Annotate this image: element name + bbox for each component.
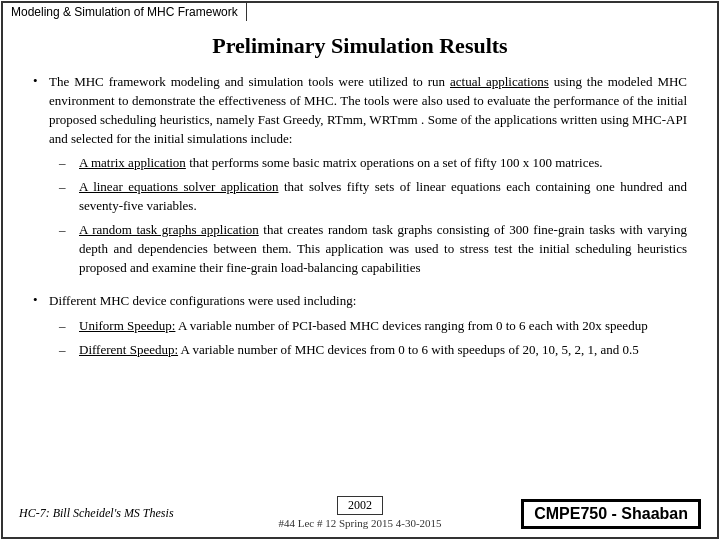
footer-right: CMPE750 - Shaaban [474, 499, 701, 529]
footer-slide-info: #44 Lec # 12 Spring 2015 4-30-2015 [278, 517, 441, 529]
sub-link-2a: Uniform Speedup: [79, 318, 175, 333]
bullet-dot-2: • [33, 292, 49, 365]
bullet-item-2: • Different MHC device configurations we… [33, 292, 687, 365]
footer: HC-7: Bill Scheidel's MS Thesis 2002 #44… [3, 496, 717, 531]
footer-branding: CMPE750 - Shaaban [521, 499, 701, 529]
slide-title: Preliminary Simulation Results [33, 33, 687, 59]
slide-content: Preliminary Simulation Results • The MHC… [3, 3, 717, 385]
sub-item-1b: – A linear equations solver application … [59, 178, 687, 216]
bullet-section-2: • Different MHC device configurations we… [33, 292, 687, 365]
sub-link-2b: Different Speedup: [79, 342, 178, 357]
sub-dash-1a: – [59, 154, 79, 173]
sub-dash-2b: – [59, 341, 79, 360]
footer-thesis: HC-7: Bill Scheidel's MS Thesis [19, 506, 246, 521]
bullet-section-1: • The MHC framework modeling and simulat… [33, 73, 687, 282]
bullet1-text-link: actual applications [450, 74, 549, 89]
sub-text-1c: A random task graphs application that cr… [79, 221, 687, 278]
sub-text-2b: Different Speedup: A variable number of … [79, 341, 639, 360]
sub-item-1c: – A random task graphs application that … [59, 221, 687, 278]
sub-bullets-2: – Uniform Speedup: A variable number of … [59, 317, 648, 360]
sub-item-2a: – Uniform Speedup: A variable number of … [59, 317, 648, 336]
bullet-text-1: The MHC framework modeling and simulatio… [49, 73, 687, 282]
sub-body-2a: A variable number of PCI-based MHC devic… [175, 318, 647, 333]
sub-dash-2a: – [59, 317, 79, 336]
sub-body-2b: A variable number of MHC devices from 0 … [178, 342, 639, 357]
sub-text-1b: A linear equations solver application th… [79, 178, 687, 216]
footer-center: 2002 #44 Lec # 12 Spring 2015 4-30-2015 [246, 496, 473, 531]
sub-body-1a: that performs some basic matrix operatio… [186, 155, 603, 170]
bullet1-text-before: The MHC framework modeling and simulatio… [49, 74, 450, 89]
footer-year: 2002 [337, 496, 383, 515]
sub-link-1c: A random task graphs application [79, 222, 259, 237]
sub-text-1a: A matrix application that performs some … [79, 154, 603, 173]
slide-container: Modeling & Simulation of MHC Framework P… [1, 1, 719, 539]
sub-link-1b: A linear equations solver application [79, 179, 278, 194]
sub-dash-1b: – [59, 178, 79, 216]
slide-tab: Modeling & Simulation of MHC Framework [2, 2, 247, 21]
sub-item-2b: – Different Speedup: A variable number o… [59, 341, 648, 360]
bullet-text-2: Different MHC device configurations were… [49, 292, 648, 365]
sub-item-1a: – A matrix application that performs som… [59, 154, 687, 173]
bullet-dot-1: • [33, 73, 49, 282]
sub-link-1a: A matrix application [79, 155, 186, 170]
bullet-item-1: • The MHC framework modeling and simulat… [33, 73, 687, 282]
sub-dash-1c: – [59, 221, 79, 278]
sub-text-2a: Uniform Speedup: A variable number of PC… [79, 317, 648, 336]
bullet2-intro: Different MHC device configurations were… [49, 293, 356, 308]
sub-bullets-1: – A matrix application that performs som… [59, 154, 687, 277]
